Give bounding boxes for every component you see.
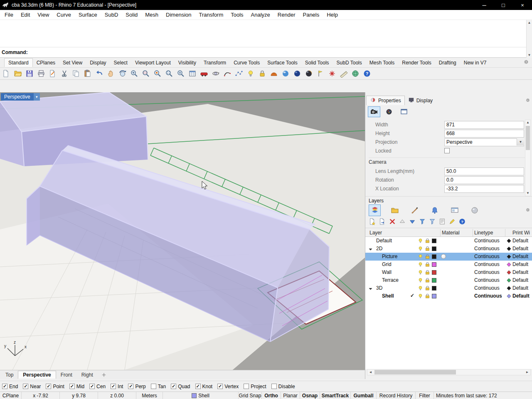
layer-row-terrace[interactable]: TerraceContinuousDefault — [365, 276, 532, 284]
menu-file[interactable]: File — [1, 10, 17, 19]
options-gear-icon[interactable] — [328, 69, 337, 78]
viewport-canvas[interactable]: zyx — [0, 92, 365, 370]
layer-linetype[interactable]: Continuous — [474, 261, 500, 267]
scroll-down-icon[interactable]: ▼ — [525, 191, 530, 196]
layer-name[interactable]: 2D — [376, 246, 382, 251]
width-field[interactable]: 871 — [444, 121, 524, 129]
layer-color-swatch[interactable] — [432, 294, 436, 298]
dropdown-arrow-icon[interactable]: ▼ — [517, 138, 524, 145]
layer-lock-icon[interactable] — [425, 238, 430, 245]
layer-name[interactable]: 3D — [376, 285, 382, 291]
layer-row-default[interactable]: DefaultContinuousDefault — [365, 237, 532, 245]
toolbar-tab-subd-tools[interactable]: SubD Tools — [333, 59, 366, 67]
minimize-button[interactable]: ─ — [475, 0, 494, 10]
perspective-viewport[interactable]: zyx Perspective ▾ — [0, 92, 365, 370]
menu-tools[interactable]: Tools — [227, 10, 247, 19]
scroll-up-icon[interactable]: ▲ — [525, 120, 530, 125]
copy-icon[interactable] — [71, 69, 81, 78]
menu-panels[interactable]: Panels — [299, 10, 323, 19]
layer-visibility-bulb-icon[interactable] — [418, 262, 423, 268]
command-history[interactable] — [0, 20, 526, 47]
layer-tools-icon[interactable] — [438, 217, 446, 226]
camera-button[interactable] — [368, 106, 380, 117]
toolbar-tab-drafting[interactable]: Drafting — [435, 59, 460, 67]
sphere-raytraced-icon[interactable] — [304, 69, 313, 78]
viewport-menu-arrow-icon[interactable]: ▾ — [34, 93, 40, 101]
menu-transform[interactable]: Transform — [195, 10, 227, 19]
move-down-icon[interactable] — [408, 217, 416, 226]
material-button[interactable] — [383, 106, 395, 117]
named-views-icon[interactable] — [188, 69, 197, 78]
viewport-icon-button[interactable] — [398, 106, 410, 117]
command-scrollbar[interactable]: ▲ ▼ — [526, 20, 532, 58]
status-record-history[interactable]: Record History — [377, 392, 416, 399]
layer-linetype[interactable]: Continuous — [474, 293, 502, 299]
layers-panel-tab-panel[interactable] — [448, 204, 461, 216]
status-shell[interactable]: Shell — [163, 392, 239, 399]
layer-visibility-bulb-icon[interactable] — [418, 278, 423, 284]
maximize-button[interactable]: □ — [494, 0, 513, 10]
menu-surface[interactable]: Surface — [75, 10, 101, 19]
column-header-material[interactable]: Material — [442, 230, 460, 236]
layers-panel-tab-sphere[interactable] — [468, 204, 480, 216]
osnap-near[interactable]: ✓ Near — [23, 384, 41, 389]
layer-print-width[interactable]: Default — [512, 277, 528, 283]
menu-dimension[interactable]: Dimension — [162, 10, 195, 19]
layer-color-swatch[interactable] — [432, 286, 436, 291]
layer-row-grid[interactable]: GridContinuousDefault — [365, 261, 532, 268]
osnap-point[interactable]: ✓ Point — [46, 384, 64, 389]
status-grid-snap[interactable]: Grid Snap — [239, 392, 262, 399]
new-file-icon[interactable] — [2, 69, 11, 78]
osnap-disable[interactable]: Disable — [271, 384, 295, 389]
layer-print-width[interactable]: Default — [512, 269, 528, 275]
menu-render[interactable]: Render — [274, 10, 299, 19]
viewport-tab-top[interactable]: Top — [1, 371, 18, 379]
filter-on-icon[interactable] — [418, 217, 426, 226]
layer-linetype[interactable]: Continuous — [474, 238, 500, 244]
status-y-9-78[interactable]: y 9.78 — [60, 392, 98, 399]
cut-icon[interactable] — [60, 69, 69, 78]
osnap-end[interactable]: ✓ End — [2, 384, 18, 389]
move-up-icon[interactable] — [398, 217, 406, 226]
undo-icon[interactable] — [95, 69, 104, 78]
layers-panel-tab-folder[interactable] — [389, 204, 401, 216]
menu-analyze[interactable]: Analyze — [247, 10, 274, 19]
scrollbar-thumb[interactable] — [526, 126, 530, 150]
sphere-rendered-icon[interactable] — [293, 69, 302, 78]
new-sublayer-icon[interactable] — [378, 217, 387, 226]
toolbar-gear-icon[interactable] — [523, 59, 530, 66]
column-header-linetype[interactable]: Linetype — [474, 230, 493, 236]
osnap-project[interactable]: Project — [244, 384, 266, 389]
layer-color-swatch[interactable] — [432, 278, 436, 283]
layer-name[interactable]: Shell — [382, 293, 394, 299]
status-filter[interactable]: Filter — [416, 392, 434, 399]
scrollbar-thumb[interactable] — [374, 370, 456, 374]
zoom-extents-icon[interactable] — [165, 69, 174, 78]
status-x-7-92[interactable]: x -7.92 — [22, 392, 60, 399]
osnap-mid[interactable]: ✓ Mid — [69, 384, 84, 389]
layer-linetype[interactable]: Continuous — [474, 277, 500, 283]
layer-print-width[interactable]: Default — [512, 246, 528, 251]
tab-display[interactable]: Display — [405, 96, 436, 105]
layer-print-color-icon[interactable] — [507, 278, 511, 284]
zoom-selected-icon[interactable] — [153, 69, 162, 78]
print-icon[interactable] — [37, 69, 46, 78]
rotate-view-icon[interactable] — [118, 69, 127, 78]
globe-icon[interactable] — [351, 69, 360, 78]
layer-print-width[interactable]: Default — [512, 254, 528, 259]
tab-properties[interactable]: Properties — [366, 96, 405, 105]
layer-linetype[interactable]: Continuous — [474, 285, 500, 291]
menu-edit[interactable]: Edit — [17, 10, 34, 19]
menu-subd[interactable]: SubD — [101, 10, 122, 19]
checkbox[interactable]: ✓ — [23, 384, 28, 389]
layer-linetype[interactable]: Continuous — [474, 246, 500, 251]
layer-print-color-icon[interactable] — [507, 270, 511, 276]
menu-help[interactable]: Help — [323, 10, 342, 19]
layer-name[interactable]: Terrace — [382, 277, 399, 283]
filter-icon[interactable] — [428, 217, 436, 226]
toolbar-tab-cplanes[interactable]: CPlanes — [33, 59, 59, 67]
status-cplane[interactable]: CPlane — [0, 392, 22, 399]
viewport-tab-right[interactable]: Right — [77, 371, 98, 379]
layer-print-width[interactable]: Default — [512, 293, 530, 299]
layer-row-picture[interactable]: PictureContinuousDefault — [365, 253, 532, 261]
